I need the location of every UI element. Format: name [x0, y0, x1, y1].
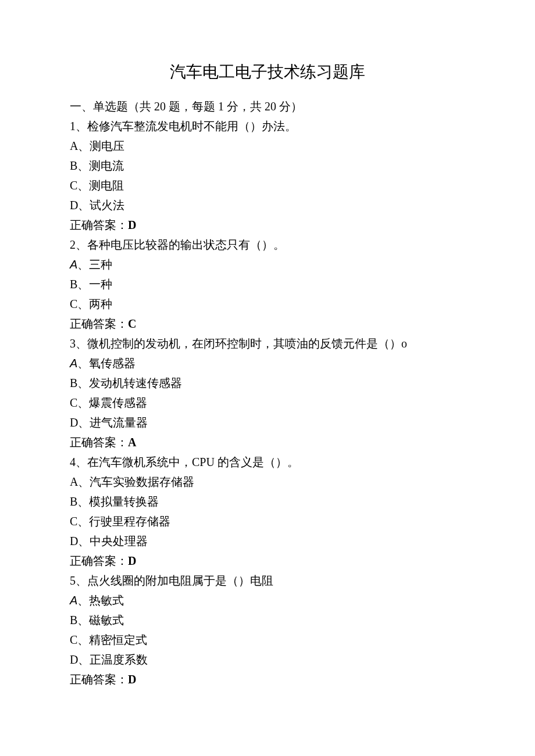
option-line: C、爆震传感器 [70, 393, 465, 413]
option-letter: B、 [70, 278, 89, 291]
option-letter: C、 [70, 298, 89, 310]
answer-label: 正确答案： [70, 218, 128, 231]
option-line: C、精密恒定式 [70, 630, 465, 650]
option-text: 中央处理器 [90, 535, 148, 547]
section-header: 一、单选题（共 20 题，每题 1 分，共 20 分） [70, 96, 465, 116]
option-text: 试火法 [90, 199, 124, 212]
option-line: D、正温度系数 [70, 650, 465, 669]
option-line: D、进气流量器 [70, 413, 465, 432]
option-letter: C、 [70, 396, 89, 409]
option-letter: D、 [70, 535, 90, 547]
answer-value: D [128, 218, 136, 231]
question-text: 各种电压比较器的输出状态只有（）。 [87, 238, 285, 251]
answer-label: 正确答案： [70, 317, 128, 330]
option-line: B、模拟量转换器 [70, 492, 465, 511]
option-line: A、汽车实验数据存储器 [70, 472, 465, 492]
answer-label: 正确答案： [70, 673, 128, 686]
question-number: 4、 [70, 456, 87, 468]
answer-label: 正确答案： [70, 554, 128, 567]
question-line: 2、各种电压比较器的输出状态只有（）。 [70, 235, 465, 255]
option-letter: B、 [70, 614, 89, 626]
option-letter: B、 [70, 159, 89, 172]
option-letter: C、 [70, 179, 89, 192]
option-line: C、两种 [70, 294, 465, 314]
option-text: 热敏式 [89, 594, 124, 607]
question-line: 3、微机控制的发动机，在闭环控制时，其喷油的反馈元件是（）o [70, 334, 465, 353]
question-number: 5、 [70, 574, 87, 587]
option-text: 两种 [89, 298, 112, 310]
option-text: 测电流 [89, 159, 124, 172]
answer-label: 正确答案： [70, 436, 128, 449]
option-letter: C、 [70, 633, 89, 646]
option-text: 三种 [89, 258, 112, 271]
option-line: B、一种 [70, 274, 465, 294]
question-line: 5、点火线圈的附加电阻属于是（）电阻 [70, 571, 465, 590]
option-letter-suffix: 、 [77, 357, 89, 370]
question-text: 点火线圈的附加电阻属于是（）电阻 [87, 574, 273, 587]
question-number: 2、 [70, 238, 87, 251]
option-text: 行驶里程存储器 [89, 515, 170, 528]
option-text: 进气流量器 [90, 416, 148, 429]
option-text: 测电压 [90, 139, 124, 152]
option-letter: D、 [70, 653, 90, 666]
option-line: B、测电流 [70, 156, 465, 175]
option-line: A、氧传感器 [70, 353, 465, 373]
answer-value: D [128, 673, 136, 686]
option-line: A、测电压 [70, 136, 465, 156]
option-text: 测电阻 [89, 179, 124, 192]
option-letter: A [70, 258, 77, 271]
answer-line: 正确答案：D [70, 669, 465, 689]
question-text: 微机控制的发动机，在闭环控制时，其喷油的反馈元件是（）o [87, 337, 407, 350]
question-line: 1、检修汽车整流发电机时不能用（）办法。 [70, 116, 465, 136]
option-line: C、行驶里程存储器 [70, 511, 465, 531]
option-letter: C、 [70, 515, 89, 528]
option-letter: D、 [70, 199, 90, 212]
answer-value: A [128, 436, 136, 449]
answer-value: C [128, 317, 136, 330]
section-header-text: 一、单选题（共 20 题，每题 1 分，共 20 分） [70, 100, 302, 113]
question-text: 检修汽车整流发电机时不能用（）办法。 [87, 120, 297, 132]
option-line: A、热敏式 [70, 590, 465, 610]
option-line: A、三种 [70, 255, 465, 274]
answer-line: 正确答案：A [70, 432, 465, 452]
option-letter: B、 [70, 495, 89, 508]
answer-line: 正确答案：C [70, 314, 465, 334]
question-line: 4、在汽车微机系统中，CPU 的含义是（）。 [70, 452, 465, 472]
option-letter: B、 [70, 377, 89, 389]
answer-line: 正确答案：D [70, 215, 465, 235]
page-title: 汽车电工电子技术练习题库 [70, 58, 465, 86]
option-text: 一种 [89, 278, 112, 291]
option-line: D、试火法 [70, 195, 465, 215]
option-text: 氧传感器 [89, 357, 135, 370]
option-text: 发动机转速传感器 [89, 377, 182, 389]
option-letter: A、 [70, 475, 90, 488]
option-text: 磁敏式 [89, 614, 124, 626]
question-number: 1、 [70, 120, 87, 132]
answer-line: 正确答案：D [70, 551, 465, 571]
option-letter-suffix: 、 [77, 258, 89, 271]
option-text: 爆震传感器 [89, 396, 147, 409]
option-letter: A [70, 357, 77, 370]
option-line: C、测电阻 [70, 175, 465, 195]
option-text: 模拟量转换器 [89, 495, 159, 508]
question-number: 3、 [70, 337, 87, 350]
answer-value: D [128, 554, 136, 567]
option-line: D、中央处理器 [70, 531, 465, 551]
option-text: 汽车实验数据存储器 [90, 475, 194, 488]
option-text: 精密恒定式 [89, 633, 147, 646]
option-letter-suffix: 、 [77, 594, 89, 607]
questions-container: 1、检修汽车整流发电机时不能用（）办法。A、测电压B、测电流C、测电阻D、试火法… [70, 116, 465, 689]
option-text: 正温度系数 [90, 653, 148, 666]
option-letter: A、 [70, 139, 90, 152]
option-letter: A [70, 594, 77, 607]
question-text: 在汽车微机系统中，CPU 的含义是（）。 [87, 456, 299, 468]
option-line: B、磁敏式 [70, 610, 465, 630]
option-line: B、发动机转速传感器 [70, 373, 465, 393]
option-letter: D、 [70, 416, 90, 429]
